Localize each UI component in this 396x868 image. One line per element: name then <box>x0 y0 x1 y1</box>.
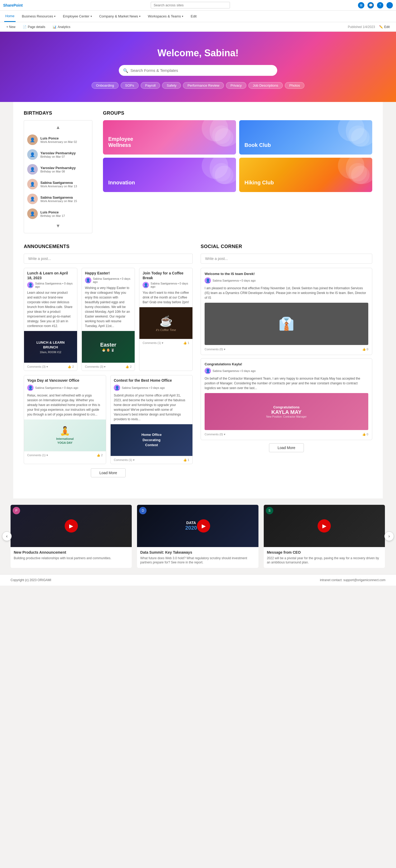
top-bar-right: ⊞ 💬 ? 👤 <box>358 2 393 8</box>
social-post-author: Sabina Saetgareeva • 0 days ago <box>212 279 256 282</box>
birthdays-groups-row: BIRTHDAYS ▲ 👤 Luis Ponce Work Anniversar… <box>24 111 372 233</box>
birthday-name: Yaroslav Pentsarskyy <box>40 151 89 155</box>
ann-author: Sabina Saetgareeva • 0 days ago <box>35 386 78 390</box>
ann-comments[interactable]: Comments (1) ▾ <box>114 458 135 462</box>
footer-copyright: Copyright (c) 2023 ORIGAMI <box>10 578 51 582</box>
ann-comments[interactable]: Comments (1) ▾ <box>27 454 48 457</box>
nav-item-workspaces[interactable]: Workspaces & Teams ▾ <box>147 10 184 22</box>
ann-comments[interactable]: Comments (1) ▾ <box>142 341 163 345</box>
scroll-down-button[interactable]: ▼ <box>24 221 92 231</box>
social-post-kayla: Congratulations Kayla! 👤 Sabina Saetgare… <box>201 358 372 440</box>
group-card-wellness[interactable]: EmployeeWellness <box>103 120 236 155</box>
hero-search-input[interactable] <box>119 65 277 76</box>
video-card-data[interactable]: D DATA 2020 ▶ Data Summit: Key Takeaways… <box>137 505 258 568</box>
social-post-author: Sabina Saetgareeva • 0 days ago <box>212 369 256 372</box>
profile-icon[interactable]: 👤 <box>387 2 393 8</box>
nav-item-edit[interactable]: Edit <box>190 10 197 22</box>
social-load-more-button[interactable]: Load More <box>269 443 304 452</box>
play-icon[interactable]: ▶ <box>197 519 210 532</box>
birthday-name: Sabina Saetgareeva <box>40 195 89 199</box>
birthday-name: Yaroslav Pentsarskyy <box>40 166 89 170</box>
announcement-card-easter[interactable]: Happy Easter! 👤 Sabina Saetgareeva • 0 d… <box>81 268 135 371</box>
analytics-button[interactable]: 📊 Analytics <box>51 24 72 30</box>
tag-sops[interactable]: SOPs <box>121 82 139 89</box>
avatar: 👤 <box>27 384 34 391</box>
global-search-input[interactable] <box>151 2 230 8</box>
carousel-prev-button[interactable]: ‹ <box>2 531 11 541</box>
video-section: ‹ P ▶ New Products Announcement Building… <box>0 498 396 575</box>
nav-item-home[interactable]: Home <box>4 10 15 22</box>
video-card-ceo[interactable]: S ▶ Message from CEO 2022 will be a pivo… <box>264 505 385 568</box>
decorative-circle <box>338 158 364 179</box>
ann-image: Home OfficeDecoratingContest <box>110 424 193 456</box>
birthday-date: Work Anniversary on Mar 15 <box>40 199 89 203</box>
ann-author: Sabina Saetgareeva • 0 days ago <box>122 386 165 390</box>
tag-payroll[interactable]: Payroll <box>141 82 160 89</box>
social-comments[interactable]: Comments (0) ▾ <box>205 348 226 351</box>
avatar: 👤 <box>27 164 38 175</box>
play-icon[interactable]: ▶ <box>318 519 331 532</box>
video-thumbnail: D DATA 2020 ▶ <box>137 505 258 547</box>
avatar: 👤 <box>27 179 38 189</box>
nav-bar: Home Business Resources ▾ Employee Cente… <box>0 10 396 22</box>
social-post-text: On behalf of the Contractor Management T… <box>205 376 368 391</box>
ann-image: ☕ it's Coffee Time <box>139 307 193 339</box>
nav-item-company[interactable]: Company & Market News ▾ <box>98 10 141 22</box>
nav-item-business[interactable]: Business Resources ▾ <box>21 10 57 22</box>
social-post-input[interactable]: Write a post... <box>201 254 372 264</box>
social-comments[interactable]: Comments (0) ▾ <box>205 433 226 436</box>
help-icon[interactable]: ? <box>377 2 383 8</box>
new-button[interactable]: + New <box>4 24 18 30</box>
play-icon[interactable]: ▶ <box>65 519 78 532</box>
ann-footer: Comments (1) ▾ 👍 2 <box>24 451 106 459</box>
birthday-name: Luis Ponce <box>40 210 89 214</box>
tag-safety[interactable]: Safety <box>162 82 181 89</box>
ann-likes: 👍 2 <box>68 365 74 369</box>
hero-title: Welcome, Sabina! <box>5 48 391 59</box>
ann-comments[interactable]: Comments (3) ▾ <box>85 365 106 369</box>
video-carousel: P ▶ New Products Announcement Building p… <box>10 505 386 568</box>
ann-comments[interactable]: Comments (3) ▾ <box>27 365 48 369</box>
video-info: New Products Announcement Building produ… <box>10 547 132 564</box>
load-more-button[interactable]: Load More <box>91 468 126 477</box>
ann-title: Join Today for a Coffee Break <box>142 271 189 280</box>
announcement-card-homeoffice[interactable]: Contest for the Best Home Office 👤 Sabin… <box>110 375 193 464</box>
scroll-up-button[interactable]: ▲ <box>24 123 92 132</box>
group-card-hiking[interactable]: Hiking Club <box>239 158 372 192</box>
list-item: 👤 Yaroslav Pentsarskyy Birthday on Mar 0… <box>24 162 92 177</box>
tag-photos[interactable]: Photos <box>285 82 304 89</box>
decorative-circle <box>215 128 233 147</box>
groups-grid: EmployeeWellness Book Club Innovation <box>103 120 372 192</box>
published-status: Published 1/4/2023 <box>348 25 375 29</box>
tag-onboarding[interactable]: Onboarding <box>92 82 119 89</box>
ann-title: Yoga Day at Vancouver Office <box>27 378 103 383</box>
nav-item-employee[interactable]: Employee Center ▾ <box>62 10 93 22</box>
video-channel-icon: D <box>139 507 146 514</box>
announcement-card-yoga[interactable]: Yoga Day at Vancouver Office 👤 Sabina Sa… <box>24 375 106 464</box>
tag-performance[interactable]: Performance Review <box>183 82 224 89</box>
group-card-innovation[interactable]: Innovation <box>103 158 236 192</box>
grid-icon[interactable]: ⊞ <box>358 2 364 8</box>
edit-button[interactable]: ✏️ Edit <box>377 24 392 30</box>
birthday-name: Luis Ponce <box>40 136 89 140</box>
secondary-bar: + New 📄 Page details 📊 Analytics Publish… <box>0 22 396 32</box>
video-info: Data Summit: Key Takeaways What future d… <box>137 547 258 568</box>
birthday-date: Work Anniversary on Mar 13 <box>40 185 89 188</box>
carousel-next-button[interactable]: › <box>385 531 394 541</box>
tag-privacy[interactable]: Privacy <box>226 82 246 89</box>
social-post-title: Congratulations Kayla! <box>205 362 368 366</box>
avatar: 👤 <box>142 282 149 288</box>
top-bar-search-container <box>151 2 230 8</box>
decorative-circle <box>202 120 228 141</box>
chevron-down-icon: ▾ <box>54 15 56 18</box>
footer: Copyright (c) 2023 ORIGAMI intranet cont… <box>0 574 396 586</box>
tag-job-descriptions[interactable]: Job Descriptions <box>249 82 283 89</box>
announcement-card-coffee[interactable]: Join Today for a Coffee Break 👤 Sabina S… <box>139 268 193 371</box>
chevron-down-icon: ▾ <box>91 15 92 18</box>
page-details-button[interactable]: 📄 Page details <box>21 24 47 30</box>
announcement-card-lunch[interactable]: Lunch & Learn on April 18, 2023 👤 Sabina… <box>24 268 77 371</box>
chat-icon[interactable]: 💬 <box>367 2 374 8</box>
group-card-bookclub[interactable]: Book Club <box>239 120 372 155</box>
announcements-post-input[interactable]: Write a post... <box>24 254 193 264</box>
video-card-products[interactable]: P ▶ New Products Announcement Building p… <box>10 505 132 568</box>
